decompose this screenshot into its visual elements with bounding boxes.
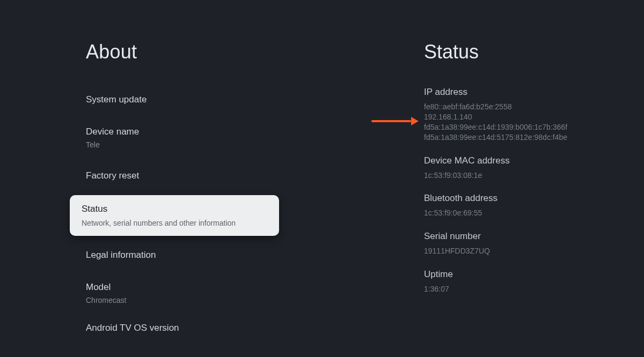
menu-item-title: Status — [82, 204, 267, 214]
menu-item-sub: Chromecast — [86, 296, 290, 304]
detail-label: Device MAC address — [424, 155, 601, 166]
menu-item-status[interactable]: Status Network, serial numbers and other… — [70, 195, 279, 236]
status-right-pane: Status IP address fe80::aebf:fa6d:b25e:2… — [322, 0, 644, 357]
about-left-pane: About System update Device name Tele Fac… — [0, 0, 322, 357]
detail-item-uptime[interactable]: Uptime 1:36:07 — [424, 269, 601, 294]
detail-value: 1c:53:f9:0e:69:55 — [424, 208, 601, 218]
detail-value: fe80::aebf:fa6d:b25e:2558 192.168.1.140 … — [424, 102, 601, 143]
menu-item-sub: Tele — [86, 140, 290, 149]
detail-label: Serial number — [424, 231, 601, 242]
menu-item-title: Factory reset — [86, 170, 290, 181]
detail-label: Uptime — [424, 269, 601, 280]
detail-label: IP address — [424, 87, 601, 98]
status-page-title: Status — [424, 41, 601, 63]
detail-item-bluetooth-address[interactable]: Bluetooth address 1c:53:f9:0e:69:55 — [424, 193, 601, 218]
detail-label: Bluetooth address — [424, 193, 601, 204]
menu-item-title: Model — [86, 282, 290, 293]
menu-item-title: Legal information — [86, 250, 290, 261]
menu-item-system-update[interactable]: System update — [86, 87, 301, 113]
menu-item-model[interactable]: Model Chromecast — [86, 274, 301, 312]
about-page-title: About — [86, 41, 301, 63]
menu-item-android-tv-os-version[interactable]: Android TV OS version — [86, 315, 301, 341]
about-menu-list: System update Device name Tele Factory r… — [86, 87, 301, 341]
detail-item-ip-address[interactable]: IP address fe80::aebf:fa6d:b25e:2558 192… — [424, 87, 601, 143]
menu-item-device-name[interactable]: Device name Tele — [86, 119, 301, 157]
detail-value: 19111HFDD3Z7UQ — [424, 246, 601, 256]
detail-item-mac-address[interactable]: Device MAC address 1c:53:f9:03:08:1e — [424, 155, 601, 181]
menu-item-title: Device name — [86, 127, 290, 137]
menu-item-title: Android TV OS version — [86, 323, 290, 333]
detail-item-serial-number[interactable]: Serial number 19111HFDD3Z7UQ — [424, 231, 601, 256]
menu-item-title: System update — [86, 94, 290, 105]
detail-value: 1:36:07 — [424, 284, 601, 294]
menu-item-legal-information[interactable]: Legal information — [86, 242, 301, 268]
menu-item-sub: Network, serial numbers and other inform… — [82, 219, 267, 227]
menu-item-factory-reset[interactable]: Factory reset — [86, 163, 301, 189]
detail-value: 1c:53:f9:03:08:1e — [424, 170, 601, 181]
